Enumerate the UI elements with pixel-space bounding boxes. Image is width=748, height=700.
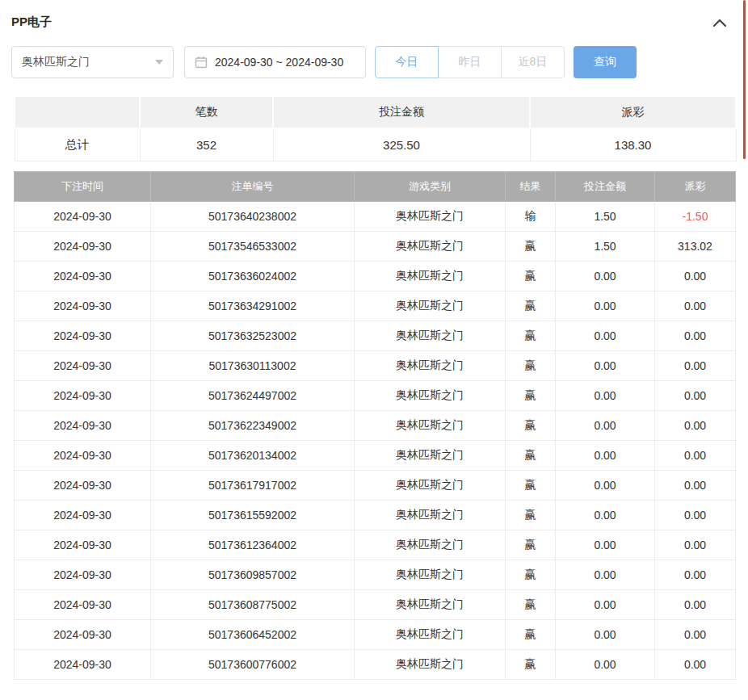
table-row[interactable]: 2024-09-30 50173546533002 奥林匹斯之门 赢 1.50 … (15, 231, 736, 261)
query-button[interactable]: 查询 (574, 46, 637, 78)
cell-payout: 0.00 (655, 560, 736, 589)
summary-total-bet-amount: 325.50 (273, 128, 530, 161)
cell-bet-id: 50173606452002 (151, 619, 355, 649)
cell-game-category: 奥林匹斯之门 (355, 231, 506, 261)
table-row[interactable]: 2024-09-30 50173615592002 奥林匹斯之门 赢 0.00 … (15, 500, 736, 530)
cell-bet-id: 50173630113002 (151, 350, 355, 380)
cell-result: 赢 (506, 470, 556, 500)
range-button-yesterday[interactable]: 昨日 (438, 46, 502, 78)
cell-bet-amount: 0.00 (556, 261, 655, 291)
cell-bet-amount: 0.00 (556, 619, 655, 649)
cell-bet-time: 2024-09-30 (15, 410, 151, 440)
cell-payout: 0.00 (655, 619, 736, 649)
table-row[interactable]: 2024-09-30 50173634291002 奥林匹斯之门 赢 0.00 … (15, 291, 736, 321)
cell-game-category: 奥林匹斯之门 (355, 201, 506, 231)
cell-bet-amount: 0.00 (556, 380, 655, 410)
table-row[interactable]: 2024-09-30 50173620134002 奥林匹斯之门 赢 0.00 … (15, 440, 736, 470)
cell-bet-id: 50173620134002 (151, 440, 355, 470)
summary-total-payout: 138.30 (530, 128, 736, 161)
cell-bet-time: 2024-09-30 (15, 291, 151, 321)
game-select[interactable]: 奥林匹斯之门 (11, 46, 174, 78)
cell-bet-amount: 0.00 (556, 350, 655, 380)
cell-bet-time: 2024-09-30 (15, 470, 151, 500)
cell-result: 赢 (506, 649, 556, 679)
cell-bet-id: 50173546533002 (151, 231, 355, 261)
cell-bet-id: 50173612364002 (151, 530, 355, 560)
table-row[interactable]: 2024-09-30 50173606452002 奥林匹斯之门 赢 0.00 … (15, 619, 736, 649)
cell-game-category: 奥林匹斯之门 (355, 470, 506, 500)
cell-bet-id: 50173615592002 (151, 500, 355, 530)
summary-header-payout: 派彩 (530, 96, 736, 128)
chevron-down-icon (155, 60, 163, 65)
table-row[interactable]: 2024-09-30 50173630113002 奥林匹斯之门 赢 0.00 … (15, 350, 736, 380)
cell-bet-amount: 0.00 (556, 470, 655, 500)
cell-result: 赢 (506, 619, 556, 649)
cell-bet-id: 50173600776002 (151, 649, 355, 679)
cell-result: 赢 (506, 410, 556, 440)
table-row[interactable]: 2024-09-30 50173608775002 奥林匹斯之门 赢 0.00 … (15, 589, 736, 619)
cell-result: 赢 (506, 589, 556, 619)
cell-payout: 0.00 (655, 261, 736, 291)
cell-bet-id: 50173634291002 (151, 291, 355, 321)
table-row[interactable]: 2024-09-30 50173609857002 奥林匹斯之门 赢 0.00 … (15, 560, 736, 589)
summary-header-count: 笔数 (140, 96, 273, 128)
cell-result: 赢 (506, 560, 556, 589)
header-game-category: 游戏类别 (355, 171, 506, 201)
game-select-value: 奥林匹斯之门 (22, 55, 90, 69)
cell-bet-amount: 0.00 (556, 410, 655, 440)
table-row[interactable]: 2024-09-30 50173636024002 奥林匹斯之门 赢 0.00 … (15, 261, 736, 291)
cell-bet-id: 50173640238002 (151, 201, 355, 231)
cell-payout: 313.02 (655, 231, 736, 261)
cell-bet-amount: 0.00 (556, 500, 655, 530)
cell-result: 赢 (506, 321, 556, 350)
cell-game-category: 奥林匹斯之门 (355, 440, 506, 470)
table-row[interactable]: 2024-09-30 50173622349002 奥林匹斯之门 赢 0.00 … (15, 410, 736, 440)
cell-bet-time: 2024-09-30 (15, 231, 151, 261)
header-result: 结果 (506, 171, 556, 201)
cell-payout: 0.00 (655, 500, 736, 530)
table-row[interactable]: 2024-09-30 50173617917002 奥林匹斯之门 赢 0.00 … (15, 470, 736, 500)
table-row[interactable]: 2024-09-30 50173640238002 奥林匹斯之门 输 1.50 … (15, 201, 736, 231)
cell-bet-time: 2024-09-30 (15, 440, 151, 470)
table-row[interactable]: 2024-09-30 50173612364002 奥林匹斯之门 赢 0.00 … (15, 530, 736, 560)
cell-game-category: 奥林匹斯之门 (355, 291, 506, 321)
summary-header-row: 笔数 投注金额 派彩 (15, 96, 736, 128)
cell-bet-time: 2024-09-30 (15, 500, 151, 530)
cell-result: 赢 (506, 380, 556, 410)
cell-bet-time: 2024-09-30 (15, 589, 151, 619)
range-button-last8days[interactable]: 近8日 (501, 46, 565, 78)
cell-payout: 0.00 (655, 649, 736, 679)
collapse-chevron-up-icon[interactable] (712, 18, 727, 27)
date-range-picker[interactable]: 2024-09-30 ~ 2024-09-30 (184, 46, 366, 78)
cell-result: 赢 (506, 291, 556, 321)
cell-payout: 0.00 (655, 470, 736, 500)
page-title: PP电子 (11, 15, 52, 30)
cell-game-category: 奥林匹斯之门 (355, 350, 506, 380)
cell-bet-time: 2024-09-30 (15, 560, 151, 589)
cell-result: 输 (506, 201, 556, 231)
cell-result: 赢 (506, 231, 556, 261)
table-row[interactable]: 2024-09-30 50173624497002 奥林匹斯之门 赢 0.00 … (15, 380, 736, 410)
cell-bet-amount: 0.00 (556, 440, 655, 470)
table-row[interactable]: 2024-09-30 50173600776002 奥林匹斯之门 赢 0.00 … (15, 649, 736, 679)
cell-game-category: 奥林匹斯之门 (355, 649, 506, 679)
summary-total-row: 总计 352 325.50 138.30 (15, 128, 736, 161)
scrollbar-thumb[interactable] (743, 0, 746, 159)
bet-table-header-row: 下注时间 注单编号 游戏类别 结果 投注金额 派彩 (15, 171, 736, 201)
cell-bet-time: 2024-09-30 (15, 321, 151, 350)
header-bet-amount: 投注金额 (556, 171, 655, 201)
cell-bet-amount: 0.00 (556, 560, 655, 589)
range-button-today[interactable]: 今日 (375, 46, 439, 78)
cell-result: 赢 (506, 500, 556, 530)
cell-bet-amount: 0.00 (556, 291, 655, 321)
cell-payout: 0.00 (655, 350, 736, 380)
table-row[interactable]: 2024-09-30 50173632523002 奥林匹斯之门 赢 0.00 … (15, 321, 736, 350)
cell-payout: 0.00 (655, 440, 736, 470)
cell-result: 赢 (506, 350, 556, 380)
cell-bet-time: 2024-09-30 (15, 350, 151, 380)
header-payout: 派彩 (655, 171, 736, 201)
cell-game-category: 奥林匹斯之门 (355, 530, 506, 560)
cell-result: 赢 (506, 530, 556, 560)
bet-table: 下注时间 注单编号 游戏类别 结果 投注金额 派彩 2024-09-30 501… (14, 171, 736, 680)
cell-payout: 0.00 (655, 321, 736, 350)
